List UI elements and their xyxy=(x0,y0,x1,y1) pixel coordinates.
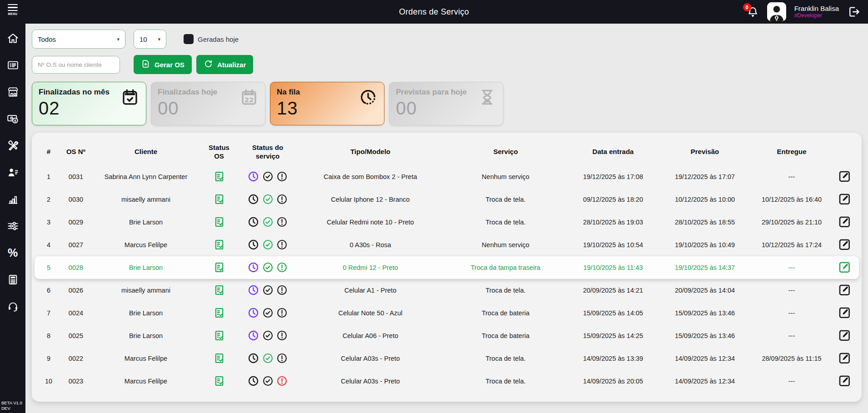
clock-pending-icon xyxy=(247,195,261,202)
logout-icon xyxy=(847,5,861,19)
sidebar-item-clients[interactable] xyxy=(6,166,19,179)
edit-order-button[interactable] xyxy=(837,328,852,343)
service: Troca de tela. xyxy=(445,219,566,226)
edit-pencil-icon xyxy=(838,260,851,274)
service: Troca da tampa traseira xyxy=(445,264,566,271)
sidebar-item-discounts[interactable]: % xyxy=(6,246,19,259)
forecast-date: 14/09/2025 às 12:34 xyxy=(660,378,749,385)
status-os-cell xyxy=(198,170,240,183)
home-icon xyxy=(7,32,19,45)
refresh-button[interactable]: Atualizar xyxy=(196,55,253,74)
stat-card-due-today[interactable]: Previstas para hoje 00 xyxy=(389,82,504,125)
edit-order-button[interactable] xyxy=(837,259,852,275)
hamburger-icon xyxy=(8,4,18,11)
document-check-icon xyxy=(213,286,225,293)
table-row[interactable]: 2 0030 misaelly ammani xyxy=(39,188,854,211)
clock-pending-icon xyxy=(247,377,261,384)
edit-order-button[interactable] xyxy=(837,191,852,207)
notifications-button[interactable]: 0 xyxy=(747,6,759,18)
table-row[interactable]: 1 0031 Sabrina Ann Lynn Carpenter xyxy=(39,165,854,188)
document-check-icon xyxy=(213,354,225,361)
type-model: Celular Redmi note 10 - Preto xyxy=(295,219,445,226)
row-index: 9 xyxy=(39,355,58,362)
status-os-cell xyxy=(198,284,240,296)
service-status-cell xyxy=(240,261,295,274)
logout-button[interactable] xyxy=(847,5,861,19)
check-circle-icon xyxy=(262,286,276,293)
check-circle-icon xyxy=(262,195,276,202)
table-row[interactable]: 3 0029 Brie Larson xyxy=(39,211,854,234)
table-row[interactable]: 5 0028 Brie Larson xyxy=(35,256,859,279)
avatar[interactable] xyxy=(767,2,786,21)
client-name: misaelly ammani xyxy=(94,287,198,294)
client-name: Marcus Felilpe xyxy=(94,241,198,249)
table-row[interactable]: 6 0026 misaelly ammani xyxy=(39,279,854,302)
table-row[interactable]: 7 0024 Brie Larson xyxy=(39,302,854,324)
check-circle-icon xyxy=(262,331,276,338)
table-row[interactable]: 10 0023 Marcus Felilpe xyxy=(39,370,854,393)
refresh-icon xyxy=(204,59,213,70)
table-body: 1 0031 Sabrina Ann Lynn Carpenter xyxy=(39,165,854,393)
stat-card-in-queue[interactable]: Na fila 13 xyxy=(270,82,384,125)
generated-today-checkbox[interactable] xyxy=(184,34,194,44)
edit-order-button[interactable] xyxy=(837,237,852,252)
type-model: Celular A06 - Preto xyxy=(295,332,445,339)
edit-order-button[interactable] xyxy=(837,373,852,388)
edit-order-button[interactable] xyxy=(837,282,852,298)
edit-order-button[interactable] xyxy=(837,305,852,320)
percent-icon: % xyxy=(8,247,18,259)
row-index: 5 xyxy=(39,264,58,271)
edit-order-button[interactable] xyxy=(837,214,852,229)
sidebar-item-reports[interactable] xyxy=(6,193,19,205)
service-status-cell xyxy=(240,307,295,319)
clock-pending-icon xyxy=(247,286,261,293)
sidebar-item-store[interactable] xyxy=(6,85,19,98)
check-circle-icon xyxy=(262,263,276,270)
sidebar-item-service-orders[interactable] xyxy=(6,59,19,71)
row-index: 6 xyxy=(39,287,58,294)
sidebar-item-home[interactable] xyxy=(6,32,19,45)
edit-order-button[interactable] xyxy=(837,350,852,366)
delivered-date: 10/12/2025 às 16:40 xyxy=(749,196,834,203)
edit-order-button[interactable] xyxy=(837,169,852,184)
chevron-down-icon: ▾ xyxy=(117,36,120,42)
row-index: 8 xyxy=(39,332,58,339)
edit-pencil-icon xyxy=(838,328,851,342)
sidebar-item-payments[interactable]: $ xyxy=(6,112,19,125)
clock-pending-icon xyxy=(247,354,261,361)
table-row[interactable]: 9 0022 Marcus Felilpe xyxy=(39,347,854,370)
edit-pencil-icon xyxy=(838,215,851,229)
client-name: misaelly ammani xyxy=(94,196,198,203)
type-model: 0 A30s - Rosa xyxy=(295,241,445,249)
generate-os-button[interactable]: Gerar OS xyxy=(134,55,192,74)
row-index: 2 xyxy=(39,196,58,203)
calculator-icon xyxy=(7,274,19,286)
stat-card-finished-today[interactable]: Finalizadas hoje 00 22 xyxy=(151,82,265,125)
menu-button[interactable]: MENU xyxy=(8,4,18,15)
os-number: 0026 xyxy=(58,287,94,294)
search-input[interactable] xyxy=(32,56,120,74)
alert-circle-icon xyxy=(276,309,288,316)
table-row[interactable]: 8 0025 Brie Larson xyxy=(39,324,854,347)
user-role: #Developer xyxy=(794,13,839,19)
table-row[interactable]: 4 0027 Marcus Felilpe xyxy=(39,234,854,256)
delivered-date: --- xyxy=(749,264,834,271)
service: Troca de tela. xyxy=(445,196,566,203)
stat-card-finished-month[interactable]: Finalizadas no mês 02 xyxy=(32,82,146,125)
sidebar-item-support[interactable] xyxy=(6,300,19,313)
forecast-date: 14/09/2025 às 12:34 xyxy=(660,355,749,362)
sidebar-item-calculator[interactable] xyxy=(6,273,19,286)
user-name: Franklin Balisa xyxy=(794,5,839,12)
document-check-icon xyxy=(213,240,225,248)
sidebar-item-settings[interactable] xyxy=(6,219,19,232)
edit-pencil-icon xyxy=(838,283,851,297)
os-number: 0022 xyxy=(58,355,94,362)
check-circle-icon xyxy=(262,240,276,248)
sidebar-item-services-tools[interactable] xyxy=(6,139,19,152)
service-status-cell xyxy=(240,193,295,205)
alert-circle-icon xyxy=(276,240,288,248)
document-check-icon xyxy=(213,377,225,384)
client-name: Brie Larson xyxy=(94,332,198,339)
page-size-select[interactable]: 10 ▾ xyxy=(134,30,166,49)
status-filter-select[interactable]: Todos ▾ xyxy=(32,30,125,49)
